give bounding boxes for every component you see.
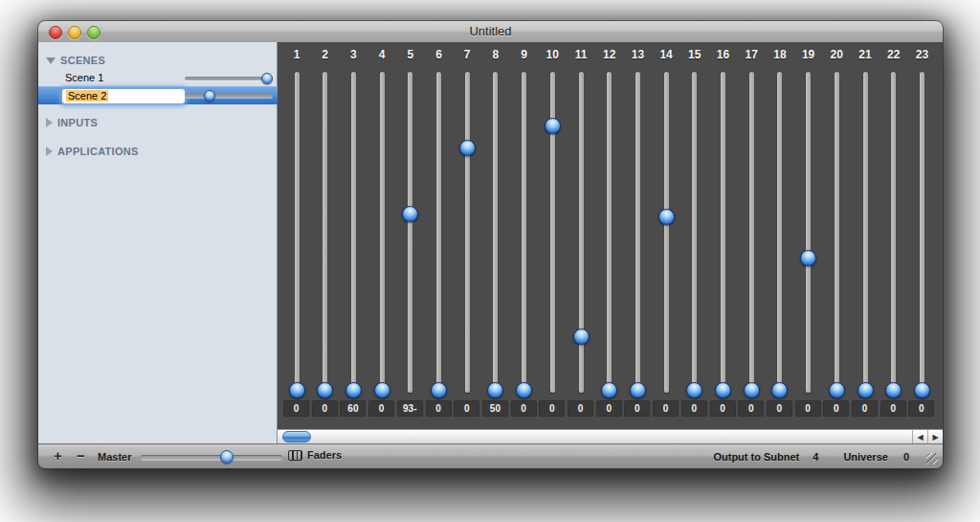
fader-value[interactable]: 0 [880,400,906,417]
sidebar-group-applications[interactable]: APPLICATIONS [46,145,139,158]
fader-thumb[interactable] [630,382,646,398]
disclosure-triangle-collapsed-icon[interactable] [46,147,53,156]
subnet-value[interactable]: 4 [813,451,818,463]
fader-thumb[interactable] [715,382,731,398]
faders-view-button[interactable]: Faders [288,449,342,461]
fader-track[interactable] [607,72,612,393]
fader-track[interactable] [522,72,526,393]
fader-value[interactable]: 0 [312,400,338,417]
fader-track[interactable] [920,72,924,393]
master-slider-track[interactable] [141,455,282,460]
fader-track[interactable] [806,72,811,393]
fader-value[interactable]: 0 [539,400,565,417]
resize-grip[interactable] [926,453,938,465]
scene-row-2[interactable]: Scene 2 [38,86,278,104]
fader-value[interactable]: 0 [426,400,452,417]
fader-track[interactable] [295,72,300,393]
fader-value[interactable]: 0 [738,400,764,417]
fader-thumb[interactable] [459,140,476,156]
fader-track[interactable] [323,72,327,393]
scene-2-slider[interactable] [185,90,273,102]
scroll-right-arrow-icon[interactable]: ▶ [927,430,943,443]
scene-1-slider-thumb[interactable] [261,73,273,84]
remove-button[interactable]: − [77,447,85,464]
sidebar-group-inputs[interactable]: INPUTS [46,116,98,129]
fader-track[interactable] [692,72,697,393]
fader-thumb[interactable] [402,206,418,222]
fader-track[interactable] [465,72,470,393]
fader-track[interactable] [891,72,896,393]
fader-thumb[interactable] [487,382,503,398]
fader-track[interactable] [380,72,385,393]
scene-1-slider[interactable] [185,73,273,84]
fader-track[interactable] [351,72,356,393]
fader-thumb[interactable] [885,382,902,398]
sidebar-group-scenes[interactable]: SCENES [46,54,105,67]
scene-name-input[interactable]: Scene 2 [61,88,186,104]
fader-thumb[interactable] [289,382,305,398]
fader-thumb[interactable] [771,382,788,398]
fader-thumb[interactable] [345,382,362,398]
fader-track[interactable] [436,72,441,393]
fader-thumb[interactable] [431,382,447,398]
fader-thumb[interactable] [601,382,617,398]
fader-thumb[interactable] [545,118,561,134]
disclosure-triangle-collapsed-icon[interactable] [46,118,53,127]
fader-value[interactable]: 0 [681,400,707,417]
fader-value[interactable]: 0 [767,400,792,417]
fader-value[interactable]: 0 [511,400,537,417]
fader-track[interactable] [579,72,584,393]
master-slider[interactable] [141,450,282,464]
fader-value[interactable]: 0 [596,400,622,417]
scene-1-slider-track[interactable] [185,77,273,80]
fader-thumb[interactable] [744,382,760,398]
fader-thumb[interactable] [914,382,930,398]
master-slider-thumb[interactable] [220,450,234,464]
fader-value[interactable]: 93- [397,400,423,417]
fader-track[interactable] [493,72,498,393]
fader-value[interactable]: 0 [823,400,849,417]
fader-thumb[interactable] [800,250,816,266]
fader-thumb[interactable] [317,382,333,398]
horizontal-scrollbar[interactable]: ◀ ▶ [278,429,943,443]
fader-value[interactable]: 0 [795,400,821,417]
scrollbar-thumb[interactable] [282,431,311,443]
fader-thumb[interactable] [516,382,532,398]
fader-track[interactable] [721,72,725,393]
fader-thumb[interactable] [658,209,675,225]
fader-track[interactable] [749,72,754,393]
title-bar[interactable]: Untitled [38,21,943,43]
fader-value[interactable]: 0 [454,400,479,417]
fader-value[interactable]: 0 [653,400,679,417]
fader-value[interactable]: 0 [368,400,394,417]
fader-track[interactable] [777,72,782,393]
fader-value[interactable]: 0 [710,400,736,417]
scene-row-1[interactable]: Scene 1 [38,71,278,86]
fader-channel-label: 23 [907,48,936,61]
scene-2-slider-thumb[interactable] [204,90,215,102]
fader-thumb[interactable] [686,382,702,398]
universe-value[interactable]: 0 [903,451,909,463]
fader-channel-label: 1 [282,48,311,61]
fader-thumb[interactable] [573,329,590,345]
fader-thumb[interactable] [374,382,390,398]
scene-2-slider-track[interactable] [185,94,273,98]
fader-track[interactable] [635,72,640,393]
fader-thumb[interactable] [829,382,845,398]
fader-track[interactable] [863,72,868,393]
fader-track[interactable] [408,72,412,393]
fader-value[interactable]: 0 [852,400,878,417]
add-button[interactable]: + [54,447,62,464]
fader-track[interactable] [664,72,669,393]
fader-thumb[interactable] [858,382,874,398]
fader-value[interactable]: 50 [482,400,508,417]
fader-track[interactable] [835,72,839,393]
fader-value[interactable]: 0 [568,400,593,417]
fader-value[interactable]: 0 [283,400,309,417]
scroll-left-arrow-icon[interactable]: ◀ [912,430,927,443]
disclosure-triangle-expanded-icon[interactable] [46,57,56,64]
fader-value[interactable]: 0 [624,400,650,417]
fader-value[interactable]: 60 [340,400,366,417]
fader-value[interactable]: 0 [908,400,934,417]
fader-18: 180 [766,42,794,429]
